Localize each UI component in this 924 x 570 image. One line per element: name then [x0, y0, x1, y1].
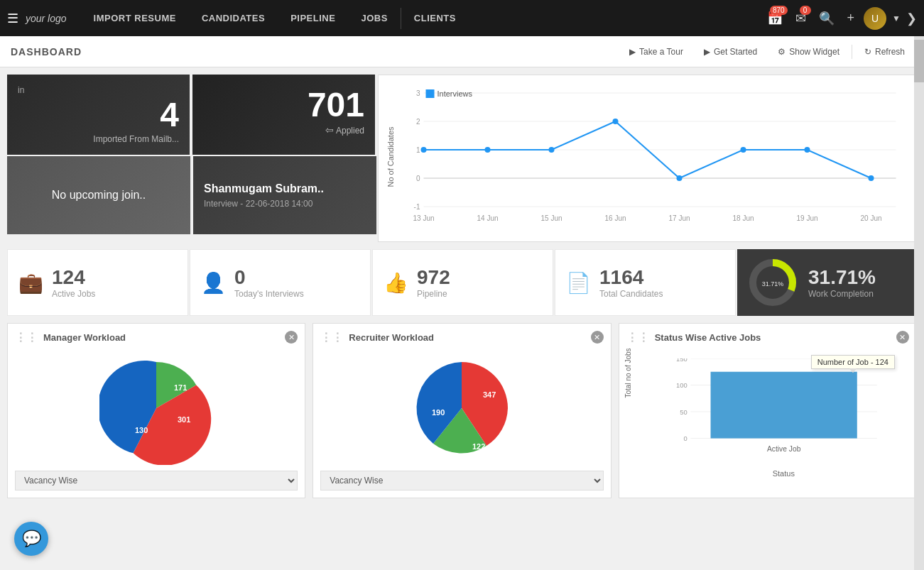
get-started-label: Get Started: [714, 47, 757, 57]
top-section: in 4 Imported From Mailb... 701 ⇦ Applie…: [7, 75, 917, 242]
total-candidates-info: 1164 Total Candidates: [599, 266, 663, 299]
svg-text:3: 3: [416, 89, 420, 97]
svg-point-21: [485, 147, 491, 153]
search-button[interactable]: 🔍: [815, 7, 838, 30]
svg-point-23: [613, 119, 619, 124]
svg-text:130: 130: [135, 426, 148, 434]
recruiter-workload-close-button[interactable]: ✕: [591, 331, 604, 344]
logo: your logo: [26, 13, 67, 24]
plus-icon: +: [847, 11, 855, 25]
svg-text:0: 0: [416, 175, 420, 182]
person-icon: 👤: [201, 271, 226, 295]
nav-import-resume[interactable]: IMPORT RESUME: [81, 0, 189, 36]
svg-text:Interviews: Interviews: [437, 89, 473, 98]
y-axis-label: Total no of Jobs: [624, 348, 631, 398]
imported-in-label: in: [18, 85, 179, 95]
menu-icon[interactable]: ☰: [7, 11, 18, 26]
total-candidates-label: Total Candidates: [599, 289, 663, 299]
top-cards: in 4 Imported From Mailb... 701 ⇦ Applie…: [7, 75, 376, 242]
status-wise-widget: ⋮⋮ Status Wise Active Jobs ✕ Number of J…: [619, 323, 917, 498]
svg-point-26: [805, 147, 810, 153]
calendar-button[interactable]: 📅 870: [763, 7, 786, 30]
collapse-icon[interactable]: ❯: [906, 11, 917, 26]
nav-clients[interactable]: CLIENTS: [401, 0, 469, 36]
manager-workload-dropdown[interactable]: Vacancy Wise Job Wise: [15, 471, 298, 490]
take-tour-button[interactable]: ▶ Take a Tour: [621, 43, 692, 60]
bar-tooltip: Number of Job - 124: [811, 355, 895, 369]
work-completion-stat: 31.71% 31.71% Work Completion: [737, 249, 917, 316]
svg-text:19 Jun: 19 Jun: [796, 214, 817, 222]
upcoming-card: No upcoming join..: [7, 156, 190, 234]
show-widget-button[interactable]: ⚙ Show Widget: [769, 43, 848, 60]
drag-icon: ⋮⋮: [15, 331, 38, 344]
message-badge: 0: [800, 6, 811, 15]
gear-icon: ⚙: [778, 47, 786, 57]
active-jobs-info: 124 Active Jobs: [52, 266, 95, 299]
work-completion-label: Work Completion: [808, 289, 876, 299]
recruiter-workload-dropdown[interactable]: Vacancy Wise Job Wise: [320, 471, 603, 490]
refresh-icon: ↻: [864, 47, 871, 57]
imported-sublabel: Imported From Mailb...: [18, 134, 179, 144]
scrollbar-thumb[interactable]: [914, 40, 924, 82]
page-title: DASHBOARD: [11, 46, 82, 57]
get-started-button[interactable]: ▶ Get Started: [695, 43, 766, 60]
manager-pie-container: 171 301 130: [15, 351, 298, 465]
recruiter-pie-chart: 347 122 190: [405, 351, 518, 465]
add-button[interactable]: +: [844, 7, 859, 29]
document-icon: 📄: [566, 271, 591, 295]
svg-text:13 Jun: 13 Jun: [413, 214, 434, 222]
svg-point-25: [741, 147, 746, 153]
avatar-dropdown-icon[interactable]: ▼: [892, 13, 901, 23]
avatar[interactable]: U: [864, 7, 886, 30]
line-chart-svg: No of Candidates 3 2 1 0 -1 13 Jun 14 Ju…: [382, 79, 913, 235]
svg-rect-28: [426, 89, 435, 98]
imported-number: 4: [18, 95, 179, 134]
donut-chart: 31.71%: [748, 258, 798, 307]
pipeline-number: 972: [417, 266, 450, 289]
pipeline-label: Pipeline: [417, 289, 450, 299]
calendar-badge: 870: [770, 6, 788, 15]
toolbar-actions: ▶ Take a Tour ▶ Get Started ⚙ Show Widge…: [621, 43, 913, 60]
scrollbar[interactable]: [914, 36, 924, 513]
upcoming-label: No upcoming join..: [52, 189, 146, 202]
nav-right: 📅 870 ✉ 0 🔍 + U ▼ ❯: [763, 7, 917, 30]
manager-workload-title-row: ⋮⋮ Manager Workload: [15, 331, 298, 344]
svg-text:1: 1: [416, 146, 420, 154]
interview-name: Shanmugam Subram..: [204, 182, 366, 195]
applied-label: ⇦ Applied: [203, 124, 364, 136]
imported-card: in 4 Imported From Mailb...: [7, 75, 190, 155]
active-jobs-stat: 💼 124 Active Jobs: [7, 249, 188, 316]
drag-icon-3: ⋮⋮: [626, 331, 649, 344]
work-completion-info: 31.71% Work Completion: [808, 266, 876, 299]
svg-text:50: 50: [680, 409, 687, 416]
top-cards-row-1: in 4 Imported From Mailb... 701 ⇦ Applie…: [7, 75, 376, 155]
recruiter-pie-container: 347 122 190: [320, 351, 603, 465]
refresh-button[interactable]: ↻ Refresh: [856, 43, 913, 60]
nav-candidates[interactable]: CANDIDATES: [189, 0, 278, 36]
active-jobs-number: 124: [52, 266, 95, 289]
manager-workload-widget: ⋮⋮ Manager Workload ✕ 171 301 130 Va: [7, 323, 305, 498]
applied-text: Applied: [336, 126, 364, 136]
drag-icon-2: ⋮⋮: [320, 331, 343, 344]
svg-text:301: 301: [178, 415, 190, 424]
bar-chart-svg: 150 100 50 0 Active Job: [665, 358, 902, 465]
line-chart-area: No of Candidates 3 2 1 0 -1 13 Jun 14 Ju…: [378, 75, 917, 242]
svg-text:15 Jun: 15 Jun: [540, 214, 562, 222]
interview-time: Interview - 22-06-2018 14:00: [204, 199, 366, 209]
tooltip-text: Number of Job - 124: [817, 358, 888, 366]
status-wise-close-button[interactable]: ✕: [896, 331, 909, 344]
messages-button[interactable]: ✉ 0: [792, 7, 810, 30]
svg-text:18 Jun: 18 Jun: [732, 214, 754, 222]
nav-jobs[interactable]: JOBS: [348, 0, 400, 36]
svg-text:2: 2: [416, 118, 420, 126]
nav-pipeline[interactable]: PIPELINE: [278, 0, 348, 36]
svg-text:20 Jun: 20 Jun: [860, 214, 881, 222]
svg-rect-47: [710, 372, 857, 439]
manager-pie-chart: 171 301 130: [99, 351, 213, 465]
toolbar-separator: [852, 45, 852, 59]
svg-text:Active Job: Active Job: [767, 445, 801, 453]
top-cards-row-2: No upcoming join.. Shanmugam Subram.. In…: [7, 156, 376, 234]
recruiter-workload-title: Recruiter Workload: [349, 332, 434, 343]
svg-text:-1: -1: [414, 203, 420, 211]
status-wise-title: Status Wise Active Jobs: [655, 332, 761, 343]
